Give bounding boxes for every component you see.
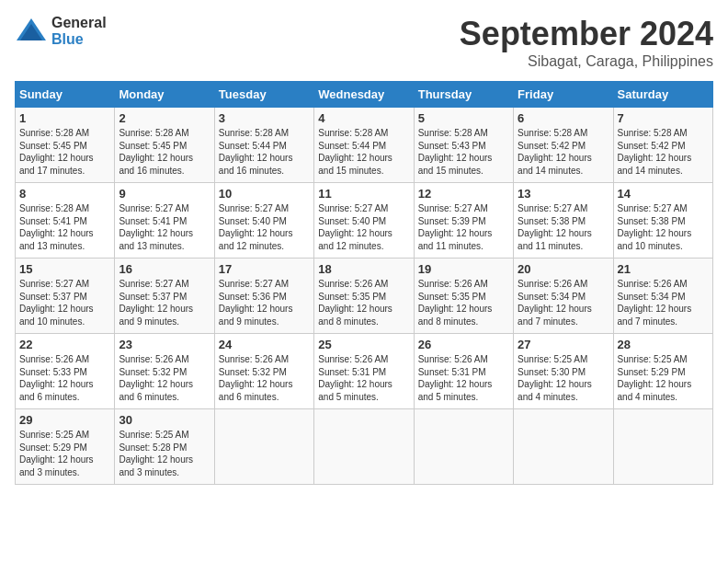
table-row: 19 Sunrise: 5:26 AM Sunset: 5:35 PM Dayl… [414, 259, 513, 334]
col-sunday: Sunday [16, 82, 115, 108]
col-tuesday: Tuesday [214, 82, 313, 108]
cell-info: Sunrise: 5:27 AM Sunset: 5:38 PM Dayligh… [518, 202, 609, 252]
day-number: 4 [318, 111, 409, 125]
cell-info: Sunrise: 5:27 AM Sunset: 5:36 PM Dayligh… [219, 278, 310, 327]
table-row: 13 Sunrise: 5:27 AM Sunset: 5:38 PM Dayl… [514, 183, 613, 259]
day-number: 11 [318, 187, 409, 201]
cell-info: Sunrise: 5:27 AM Sunset: 5:41 PM Dayligh… [119, 202, 210, 252]
cell-info: Sunrise: 5:26 AM Sunset: 5:33 PM Dayligh… [19, 353, 110, 403]
cell-info: Sunrise: 5:26 AM Sunset: 5:35 PM Dayligh… [318, 278, 409, 327]
table-row: 29 Sunrise: 5:25 AM Sunset: 5:29 PM Dayl… [16, 409, 115, 485]
table-row [214, 409, 313, 485]
table-row: 18 Sunrise: 5:26 AM Sunset: 5:35 PM Dayl… [314, 259, 414, 334]
day-number: 30 [119, 413, 210, 427]
cell-info: Sunrise: 5:26 AM Sunset: 5:31 PM Dayligh… [318, 353, 409, 403]
table-row: 25 Sunrise: 5:26 AM Sunset: 5:31 PM Dayl… [314, 334, 414, 409]
cell-info: Sunrise: 5:27 AM Sunset: 5:39 PM Dayligh… [418, 202, 509, 252]
table-row [414, 409, 513, 485]
cell-info: Sunrise: 5:27 AM Sunset: 5:38 PM Dayligh… [618, 202, 709, 252]
day-number: 12 [418, 187, 509, 201]
cell-info: Sunrise: 5:25 AM Sunset: 5:28 PM Dayligh… [119, 429, 210, 478]
cell-info: Sunrise: 5:28 AM Sunset: 5:45 PM Dayligh… [19, 127, 110, 177]
table-row: 6 Sunrise: 5:28 AM Sunset: 5:42 PM Dayli… [514, 108, 613, 183]
table-row [613, 409, 712, 485]
col-monday: Monday [115, 82, 214, 108]
day-number: 24 [219, 338, 310, 351]
calendar-week-4: 22 Sunrise: 5:26 AM Sunset: 5:33 PM Dayl… [16, 334, 713, 409]
cell-info: Sunrise: 5:26 AM Sunset: 5:34 PM Dayligh… [518, 278, 609, 327]
page-header: General Blue September 2024 Sibagat, Car… [15, 15, 713, 70]
cell-info: Sunrise: 5:28 AM Sunset: 5:44 PM Dayligh… [219, 127, 310, 177]
logo-icon [15, 15, 48, 48]
cell-info: Sunrise: 5:28 AM Sunset: 5:44 PM Dayligh… [318, 127, 409, 177]
cell-info: Sunrise: 5:25 AM Sunset: 5:29 PM Dayligh… [19, 429, 110, 478]
day-number: 22 [19, 338, 110, 351]
day-number: 15 [19, 262, 110, 276]
table-row: 10 Sunrise: 5:27 AM Sunset: 5:40 PM Dayl… [214, 183, 313, 259]
col-thursday: Thursday [414, 82, 513, 108]
cell-info: Sunrise: 5:28 AM Sunset: 5:42 PM Dayligh… [618, 127, 709, 177]
logo-blue: Blue [51, 31, 107, 48]
table-row: 26 Sunrise: 5:26 AM Sunset: 5:31 PM Dayl… [414, 334, 513, 409]
day-number: 17 [219, 262, 310, 276]
calendar-week-5: 29 Sunrise: 5:25 AM Sunset: 5:29 PM Dayl… [16, 409, 713, 485]
day-number: 3 [219, 111, 310, 125]
col-friday: Friday [514, 82, 613, 108]
cell-info: Sunrise: 5:25 AM Sunset: 5:30 PM Dayligh… [518, 353, 609, 403]
cell-info: Sunrise: 5:28 AM Sunset: 5:45 PM Dayligh… [119, 127, 210, 177]
day-number: 25 [318, 338, 409, 351]
table-row: 24 Sunrise: 5:26 AM Sunset: 5:32 PM Dayl… [214, 334, 313, 409]
cell-info: Sunrise: 5:25 AM Sunset: 5:29 PM Dayligh… [618, 353, 709, 403]
day-number: 28 [618, 338, 709, 351]
table-row: 28 Sunrise: 5:25 AM Sunset: 5:29 PM Dayl… [613, 334, 712, 409]
table-row: 2 Sunrise: 5:28 AM Sunset: 5:45 PM Dayli… [115, 108, 214, 183]
logo-text: General Blue [51, 15, 107, 47]
day-number: 6 [518, 111, 609, 125]
table-row: 22 Sunrise: 5:26 AM Sunset: 5:33 PM Dayl… [16, 334, 115, 409]
table-row: 20 Sunrise: 5:26 AM Sunset: 5:34 PM Dayl… [514, 259, 613, 334]
table-row: 30 Sunrise: 5:25 AM Sunset: 5:28 PM Dayl… [115, 409, 214, 485]
table-row: 16 Sunrise: 5:27 AM Sunset: 5:37 PM Dayl… [115, 259, 214, 334]
day-number: 20 [518, 262, 609, 276]
col-saturday: Saturday [613, 82, 712, 108]
cell-info: Sunrise: 5:28 AM Sunset: 5:41 PM Dayligh… [19, 202, 110, 252]
day-number: 26 [418, 338, 509, 351]
table-row [314, 409, 414, 485]
table-row: 11 Sunrise: 5:27 AM Sunset: 5:40 PM Dayl… [314, 183, 414, 259]
table-row: 9 Sunrise: 5:27 AM Sunset: 5:41 PM Dayli… [115, 183, 214, 259]
table-row: 1 Sunrise: 5:28 AM Sunset: 5:45 PM Dayli… [16, 108, 115, 183]
calendar-week-3: 15 Sunrise: 5:27 AM Sunset: 5:37 PM Dayl… [16, 259, 713, 334]
day-number: 10 [219, 187, 310, 201]
table-row: 17 Sunrise: 5:27 AM Sunset: 5:36 PM Dayl… [214, 259, 313, 334]
cell-info: Sunrise: 5:27 AM Sunset: 5:40 PM Dayligh… [219, 202, 310, 252]
day-number: 5 [418, 111, 509, 125]
table-row: 4 Sunrise: 5:28 AM Sunset: 5:44 PM Dayli… [314, 108, 414, 183]
cell-info: Sunrise: 5:27 AM Sunset: 5:37 PM Dayligh… [119, 278, 210, 327]
day-number: 2 [119, 111, 210, 125]
header-row: Sunday Monday Tuesday Wednesday Thursday… [16, 82, 713, 108]
day-number: 21 [618, 262, 709, 276]
table-row: 21 Sunrise: 5:26 AM Sunset: 5:34 PM Dayl… [613, 259, 712, 334]
table-row: 14 Sunrise: 5:27 AM Sunset: 5:38 PM Dayl… [613, 183, 712, 259]
day-number: 7 [618, 111, 709, 125]
cell-info: Sunrise: 5:27 AM Sunset: 5:37 PM Dayligh… [19, 278, 110, 327]
title-block: September 2024 Sibagat, Caraga, Philippi… [460, 15, 713, 70]
day-number: 9 [119, 187, 210, 201]
calendar-week-1: 1 Sunrise: 5:28 AM Sunset: 5:45 PM Dayli… [16, 108, 713, 183]
logo-general: General [51, 15, 107, 31]
day-number: 18 [318, 262, 409, 276]
month-title: September 2024 [460, 15, 713, 53]
col-wednesday: Wednesday [314, 82, 414, 108]
table-row: 3 Sunrise: 5:28 AM Sunset: 5:44 PM Dayli… [214, 108, 313, 183]
calendar-week-2: 8 Sunrise: 5:28 AM Sunset: 5:41 PM Dayli… [16, 183, 713, 259]
location: Sibagat, Caraga, Philippines [460, 53, 713, 70]
table-row: 15 Sunrise: 5:27 AM Sunset: 5:37 PM Dayl… [16, 259, 115, 334]
cell-info: Sunrise: 5:28 AM Sunset: 5:43 PM Dayligh… [418, 127, 509, 177]
day-number: 14 [618, 187, 709, 201]
cell-info: Sunrise: 5:26 AM Sunset: 5:35 PM Dayligh… [418, 278, 509, 327]
day-number: 29 [19, 413, 110, 427]
table-row: 12 Sunrise: 5:27 AM Sunset: 5:39 PM Dayl… [414, 183, 513, 259]
logo: General Blue [15, 15, 107, 48]
table-row: 5 Sunrise: 5:28 AM Sunset: 5:43 PM Dayli… [414, 108, 513, 183]
day-number: 23 [119, 338, 210, 351]
